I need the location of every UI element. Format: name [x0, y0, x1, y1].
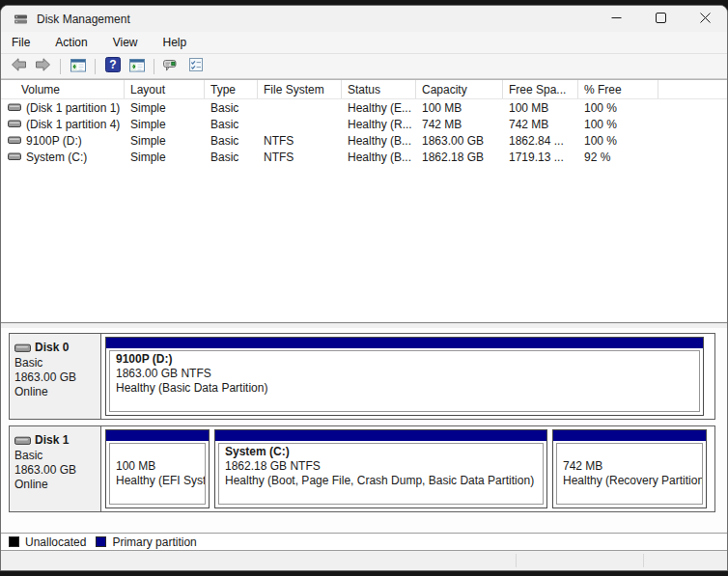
partition-info: 100 MBHealthy (EFI System Partition): [109, 443, 206, 505]
partition-area: 100 MBHealthy (EFI System Partition)Syst…: [101, 426, 714, 511]
menu-item-action[interactable]: Action: [46, 34, 96, 51]
column-header-free-spa[interactable]: Free Spa...: [503, 80, 578, 98]
volume-row-system-c[interactable]: System (C:)SimpleBasicNTFSHealthy (B...1…: [1, 149, 727, 165]
volume-row-disk-1-partition-1[interactable]: (Disk 1 partition 1)SimpleBasicHealthy (…: [1, 99, 727, 116]
partition-status: Healthy (Recovery Partition): [563, 474, 696, 488]
cell-capacity: 742 MB: [416, 118, 503, 131]
svg-text:?: ?: [109, 58, 116, 71]
cell-text: Basic: [210, 134, 238, 148]
cell-text: 100 MB: [422, 101, 462, 115]
toolbar-screen-tip-button[interactable]: [159, 56, 183, 77]
disk-header-disk-1[interactable]: Disk 1Basic1863.00 GBOnline: [10, 426, 101, 511]
menu-item-view[interactable]: View: [104, 34, 147, 51]
toolbar-separator-1: [60, 59, 61, 74]
legend-label: Primary partition: [112, 535, 196, 549]
partition-title: [116, 445, 199, 459]
cell-layout: Simple: [125, 101, 205, 115]
cell-status: Healthy (B...: [342, 151, 416, 164]
partition-size: 742 MB: [563, 459, 696, 474]
forward-icon: [35, 57, 51, 75]
cell-text: (Disk 1 partition 1): [26, 101, 120, 115]
checklist-icon: [188, 57, 204, 75]
menu-item-help[interactable]: Help: [154, 34, 196, 51]
cell-text: Simple: [130, 134, 166, 148]
cell-text: Healthy (E...: [348, 101, 411, 115]
partition-area: 9100P (D:)1863.00 GB NTFSHealthy (Basic …: [101, 334, 714, 419]
cell-text: Simple: [130, 118, 166, 131]
toolbar-separator-2: [95, 59, 96, 74]
cell-type: Basic: [205, 101, 258, 115]
title-bar[interactable]: Disk Management: [1, 6, 727, 32]
window-title: Disk Management: [37, 13, 130, 26]
column-header-file-system[interactable]: File System: [258, 80, 342, 98]
legend-label: Unallocated: [25, 535, 86, 549]
cell-file-system: NTFS: [258, 151, 342, 164]
cell-capacity: 1862.18 GB: [416, 151, 503, 164]
cell-text: Healthy (B...: [348, 134, 411, 148]
maximize-icon: [656, 12, 666, 26]
close-button[interactable]: [683, 6, 727, 32]
cell-text: 100 %: [584, 101, 617, 115]
show-console-tree-icon: [70, 58, 86, 75]
disk-type: Basic: [14, 356, 97, 370]
disk-icon: [14, 436, 31, 446]
cell-volume: (Disk 1 partition 4): [1, 118, 125, 131]
volume-row-9100p-d[interactable]: 9100P (D:)SimpleBasicNTFSHealthy (B...18…: [1, 132, 727, 149]
cell-volume: 9100P (D:): [1, 134, 125, 148]
partition-block-100-mb[interactable]: 100 MBHealthy (EFI System Partition): [105, 429, 210, 508]
partition-title: 9100P (D:): [116, 352, 693, 367]
minimize-button[interactable]: [594, 6, 638, 32]
disk-header-disk-0[interactable]: Disk 0Basic1863.00 GBOnline: [10, 334, 101, 419]
column-header-status[interactable]: Status: [342, 80, 416, 98]
volume-list: VolumeLayoutTypeFile SystemStatusCapacit…: [1, 79, 727, 323]
cell-free-spa: 100 MB: [503, 101, 578, 115]
column-header-filler: [658, 80, 727, 98]
column-header-label: Capacity: [422, 83, 467, 96]
volume-icon: [8, 152, 21, 161]
maximize-button[interactable]: [638, 6, 683, 32]
graphical-view: Disk 0Basic1863.00 GBOnline9100P (D:)186…: [1, 328, 727, 533]
disk-status: Online: [14, 385, 97, 399]
menu-item-file[interactable]: File: [3, 34, 39, 51]
cell-volume: (Disk 1 partition 1): [1, 101, 125, 115]
screen-tip-icon: [162, 57, 181, 75]
toolbar: ?: [1, 54, 727, 79]
column-header-layout[interactable]: Layout: [125, 80, 205, 98]
partition-block-9100p-d[interactable]: 9100P (D:)1863.00 GB NTFSHealthy (Basic …: [105, 337, 704, 416]
column-header-label: File System: [264, 83, 324, 96]
column-header-label: Free Spa...: [509, 83, 566, 96]
cell-type: Basic: [205, 151, 258, 164]
column-header-free[interactable]: % Free: [578, 80, 658, 98]
cell-text: 100 %: [584, 134, 617, 148]
cell-free: 100 %: [578, 134, 658, 148]
toolbar-forward-button[interactable]: [31, 56, 55, 77]
cell-free-spa: 742 MB: [503, 118, 578, 131]
cell-text: Healthy (B...: [348, 151, 411, 164]
toolbar-show-action-pane-button[interactable]: [125, 56, 149, 77]
volume-icon: [8, 136, 21, 145]
disk-name-line: Disk 0: [14, 341, 97, 355]
volume-row-disk-1-partition-4[interactable]: (Disk 1 partition 4)SimpleBasicHealthy (…: [1, 116, 727, 132]
partition-size: 1862.18 GB NTFS: [225, 459, 537, 474]
volume-icon: [8, 120, 21, 128]
legend-bar: UnallocatedPrimary partition: [1, 533, 727, 551]
toolbar-checklist-button[interactable]: [183, 56, 208, 77]
cell-status: Healthy (E...: [342, 101, 416, 115]
toolbar-back-button[interactable]: [7, 56, 31, 77]
column-header-type[interactable]: Type: [205, 80, 258, 98]
cell-text: Healthy (R...: [348, 118, 412, 131]
column-header-volume[interactable]: Volume: [1, 80, 125, 98]
partition-status: Healthy (EFI System Partition): [116, 474, 199, 488]
disk-name: Disk 0: [35, 341, 69, 355]
cell-type: Basic: [205, 118, 258, 131]
disk-size: 1863.00 GB: [14, 370, 97, 385]
partition-block-742-mb[interactable]: 742 MBHealthy (Recovery Partition): [552, 429, 707, 508]
partition-block-system-c[interactable]: System (C:)1862.18 GB NTFSHealthy (Boot,…: [214, 429, 547, 508]
toolbar-help-button[interactable]: ?: [100, 56, 125, 77]
disk-size: 1863.00 GB: [14, 463, 97, 478]
toolbar-show-console-tree-button[interactable]: [66, 56, 90, 77]
help-icon: ?: [105, 57, 121, 75]
cell-text: Simple: [130, 101, 166, 115]
column-header-capacity[interactable]: Capacity: [416, 80, 503, 98]
status-bar: [1, 551, 727, 570]
